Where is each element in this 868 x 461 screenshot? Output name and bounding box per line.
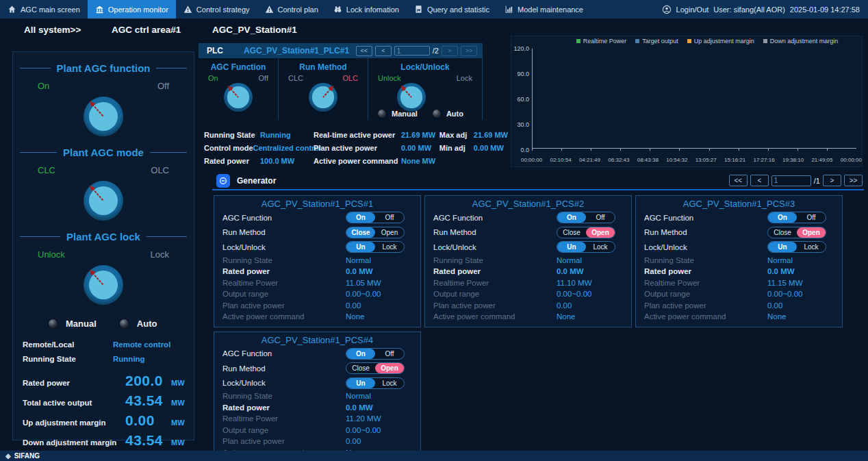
toggle-lock[interactable]: Lock [375,378,404,388]
toggle-close[interactable]: Close [768,227,797,238]
run-method-toggle[interactable]: CloseOpen [346,362,405,374]
generator-icon [216,174,230,188]
nav-control-plan[interactable]: Control plan [257,0,326,18]
legend-label: Down adjustment margin [770,38,839,45]
login-out-link[interactable]: Login/Out [676,5,709,14]
plant-agc-lock-knob[interactable] [84,265,123,305]
toggle-lock[interactable]: Lock [797,242,826,252]
run-method-toggle[interactable]: CloseOpen [767,227,826,238]
generator-first-page-button[interactable]: << [729,175,748,186]
agc-function-toggle[interactable]: OnOff [767,212,826,223]
lock-unlock-toggle[interactable]: UnLock [346,241,405,253]
generator-next-page-button[interactable]: > [823,175,841,186]
nav-lock-information[interactable]: Lock infomation [326,0,407,18]
toggle-close[interactable]: Close [557,227,586,238]
toggle-open[interactable]: Open [375,227,404,238]
plant-agc-function-header: Plant AGC function [20,62,187,74]
generator-page-input[interactable] [771,175,811,186]
plc-max-adj-value: 21.69 MW [474,131,508,139]
generator-pager: << < /1 > >> [729,175,863,186]
plan-active-power-label: Plan active power [433,301,557,310]
toggle-off[interactable]: Off [375,212,404,223]
user-info: User: sifang(All AOR) [713,5,785,14]
agc-function-toggle[interactable]: OnOff [557,212,615,223]
toggle-off[interactable]: Off [375,349,404,359]
plant-auto-radio[interactable] [120,319,129,328]
remote-local-value: Remote control [113,340,170,349]
plc-agc-function-knob[interactable] [224,83,253,112]
x-tick: 15:16:21 [724,157,745,163]
section-title: Plant AGC mode [63,147,144,158]
toggle-un[interactable]: Un [346,242,375,252]
toggle-open[interactable]: Open [586,227,615,238]
generator-prev-page-button[interactable]: < [750,175,769,186]
breadcrumb-all-system[interactable]: All system>> [24,25,81,35]
plc-rated-power-value: 100.0 MW [260,157,294,165]
plant-agc-mode-knob[interactable] [84,181,123,221]
plc-last-page-button[interactable]: >> [461,46,477,56]
plant-mode-olc-label: OLC [151,165,169,175]
rated-power-label: Rated power [433,267,557,275]
plc-run-method-knob[interactable] [309,83,337,112]
lock-unlock-title: Lock/Unlock [368,62,482,72]
x-tick: 17:27:16 [754,157,775,163]
toggle-off[interactable]: Off [797,212,826,223]
agc-function-toggle[interactable]: OnOff [346,212,405,223]
section-title: Plant AGC function [57,62,151,74]
plc-first-page-button[interactable]: << [356,46,372,56]
breadcrumb-ctrl-area[interactable]: AGC ctrl area#1→ [112,25,181,35]
run-method-toggle[interactable]: CloseOpen [557,227,615,238]
toggle-open[interactable]: Open [797,227,826,238]
breadcrumb-ctrl-area-label: AGC ctrl area#1 [112,25,181,35]
toggle-on[interactable]: On [346,349,375,359]
plant-agc-lock-header: Plant AGC lock [20,231,187,242]
agc-function-toggle[interactable]: OnOff [346,348,405,360]
rated-power-label: Rated power [222,403,346,412]
x-tick: 08:43:38 [637,157,659,163]
toggle-open[interactable]: Open [375,363,404,373]
plc-auto-radio[interactable] [433,110,441,118]
toggle-on[interactable]: On [768,212,797,223]
nav-agc-main-screen[interactable]: AGC main screen [0,0,88,18]
plc-prev-page-button[interactable]: < [375,46,392,56]
y-tick: 0.0 [511,147,529,153]
toggle-off[interactable]: Off [586,212,615,223]
toggle-un[interactable]: Un [768,242,797,252]
generator-page-total: /1 [814,177,820,185]
toggle-on[interactable]: On [557,212,586,223]
plc-next-page-button[interactable]: > [442,46,458,56]
nav-query-statistic[interactable]: Query and statistic [407,0,497,18]
toggle-on[interactable]: On [346,212,375,223]
plant-panel: Plant AGC function On Off Plant AGC mode… [12,51,194,440]
running-state-value: Normal [346,256,371,264]
plc-realtime-power-label: Real-time active power [314,131,401,139]
lock-unlock-toggle[interactable]: UnLock [346,377,405,389]
nav-label: Operation monitor [108,5,168,14]
plan-active-power-label: Plan active power [222,301,346,310]
toggle-un[interactable]: Un [557,242,586,252]
clock: 2025-01-09 14:27:58 [790,5,860,14]
lock-unlock-toggle[interactable]: UnLock [767,241,826,253]
toggle-close[interactable]: Close [346,363,375,373]
plc-lock-knob[interactable] [397,83,426,112]
plant-manual-radio[interactable] [49,319,58,328]
plc-manual-radio[interactable] [378,110,386,118]
toggle-lock[interactable]: Lock [375,242,404,252]
nav-model-maintenance[interactable]: Model maintenance [497,0,591,18]
lock-unlock-toggle[interactable]: UnLock [557,241,615,253]
nav-control-strategy[interactable]: Control strategy [176,0,257,18]
toggle-un[interactable]: Un [346,378,375,388]
generator-last-page-button[interactable]: >> [844,175,863,186]
output-range-label: Output range [222,290,346,298]
running-state-value: Running [113,355,145,363]
plant-agc-function-knob[interactable] [84,97,123,136]
plc-page-input[interactable] [394,46,430,55]
toggle-close[interactable]: Close [346,227,375,238]
remote-local-label: Remote/Local [23,340,113,349]
rated-power-value: 0.0 MW [767,267,795,275]
output-range-label: Output range [222,426,346,434]
run-method-toggle[interactable]: CloseOpen [346,227,405,238]
toggle-lock[interactable]: Lock [586,242,615,252]
nav-operation-monitor[interactable]: Operation monitor [88,0,176,18]
up-margin-value: 0.00 [125,412,168,429]
